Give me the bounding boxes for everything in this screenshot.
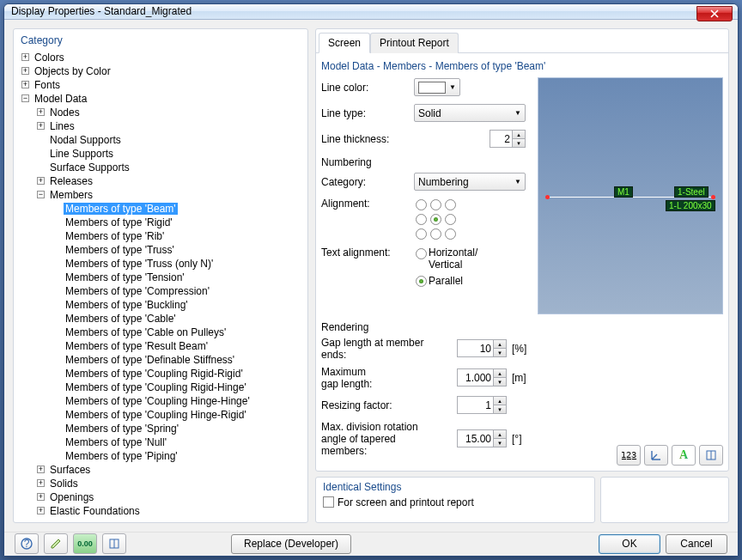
numbering-category-label: Category: [321, 176, 414, 188]
edit-button[interactable] [44, 533, 68, 554]
tree-toggle-icon [52, 342, 60, 350]
window-title: Display Properties - Standard_Migrated [11, 5, 192, 17]
tree-toggle-icon [52, 204, 60, 212]
preview-badge-mat: 1-Steel [674, 186, 709, 198]
tree-toggle-icon[interactable]: + [37, 507, 45, 514]
replace-button[interactable]: Replace (Developer) [231, 534, 351, 554]
numbering-heading: Numbering [321, 156, 532, 168]
max-division-spinner[interactable]: ▲▼ [457, 429, 507, 447]
tree-toggle-icon[interactable]: + [21, 53, 29, 61]
tree-item[interactable]: Nodal Supports [48, 134, 123, 146]
tree-item[interactable]: Members of type 'Spring' [64, 423, 180, 435]
max-gap-spinner[interactable]: ▲▼ [457, 368, 507, 387]
svg-text:?: ? [24, 538, 30, 550]
tree-toggle-icon[interactable]: + [37, 493, 45, 501]
tree-toggle-icon [52, 273, 60, 281]
tree-item[interactable]: Model Data [33, 93, 88, 105]
tree-item[interactable]: Objects by Color [33, 65, 113, 77]
tool-lcs-icon[interactable] [644, 445, 668, 466]
preview-badge-m: M1 [614, 186, 633, 198]
tree-item[interactable]: Solids [48, 478, 80, 490]
tree-toggle-icon [37, 163, 45, 171]
tree-item[interactable]: Releases [48, 175, 94, 187]
tabs: Screen Printout Report [316, 29, 728, 53]
units-button[interactable]: 0.00 [73, 533, 97, 554]
category-tree[interactable]: +Colors+Objects by Color+Fonts−Model Dat… [17, 50, 304, 519]
tree-item[interactable]: Members of type 'Rigid' [64, 216, 174, 228]
tree-toggle-icon [52, 438, 60, 446]
tree-toggle-icon[interactable]: + [21, 81, 29, 88]
tree-toggle-icon[interactable]: − [21, 94, 29, 102]
close-button[interactable] [696, 6, 733, 21]
tree-item[interactable]: Members of type 'Truss' [64, 244, 176, 256]
tree-item[interactable]: Members of type 'Result Beam' [64, 340, 210, 352]
tree-item[interactable]: Nodes [48, 107, 82, 119]
tree-toggle-icon[interactable]: + [21, 67, 29, 75]
tree-toggle-icon [52, 424, 60, 432]
tree-toggle-icon[interactable]: + [37, 466, 45, 473]
gap-length-spinner[interactable]: ▲▼ [457, 339, 507, 357]
tree-item[interactable]: Members of type 'Cable' [64, 313, 178, 325]
tree-toggle-icon[interactable]: + [37, 479, 45, 487]
tree-toggle-icon[interactable]: + [37, 122, 45, 130]
text-align-horizontal-radio[interactable] [416, 248, 427, 259]
line-type-select[interactable]: Solid▼ [414, 104, 526, 122]
tree-item[interactable]: Members of type 'Compression' [64, 285, 211, 297]
preview-pane: M1 1-Steel 1-L 200x30 [538, 77, 723, 314]
identical-checkbox[interactable] [323, 496, 334, 508]
tree-item[interactable]: Surfaces [48, 464, 92, 476]
tree-item[interactable]: Surface Supports [48, 161, 131, 173]
tree-item[interactable]: Members of type 'Coupling Hinge-Hinge' [64, 395, 252, 407]
tree-item[interactable]: Members of type 'Beam' [64, 203, 178, 215]
line-color-label: Line color: [321, 82, 414, 94]
tree-item[interactable]: Members of type 'Coupling Rigid-Rigid' [64, 368, 245, 380]
text-align-parallel-radio[interactable] [416, 276, 427, 287]
tree-toggle-icon [37, 136, 45, 143]
tree-item[interactable]: Members of type 'Null' [64, 436, 168, 448]
tool-numbering-icon[interactable]: 1̲2̲3̲ [617, 445, 641, 466]
tree-item[interactable]: Fonts [33, 79, 62, 91]
numbering-category-select[interactable]: Numbering▼ [414, 173, 526, 191]
tree-item[interactable]: Members of type 'Definable Stiffness' [64, 354, 236, 366]
help-button[interactable]: ? [15, 533, 39, 554]
max-division-label: Max. division rotation angle of tapered … [321, 421, 441, 457]
tree-toggle-icon [37, 149, 45, 157]
tree-item[interactable]: Members of type 'Tension' [64, 271, 186, 283]
tree-toggle-icon [52, 452, 60, 460]
tree-item[interactable]: Members of type 'Buckling' [64, 299, 190, 311]
tree-toggle-icon[interactable]: + [37, 108, 45, 116]
identical-preview [600, 477, 729, 523]
tree-item[interactable]: Colors [33, 52, 66, 64]
identical-checkbox-label: For screen and printout report [338, 496, 474, 508]
tree-item[interactable]: Lines [48, 120, 76, 132]
tree-toggle-icon[interactable]: − [37, 191, 45, 198]
tab-printout[interactable]: Printout Report [370, 33, 459, 53]
table-button[interactable] [102, 533, 126, 554]
tree-item[interactable]: Members of type 'Coupling Rigid-Hinge' [64, 381, 248, 393]
tree-item[interactable]: Members of type 'Rib' [64, 230, 166, 242]
max-gap-label: Maximum gap length: [321, 366, 441, 390]
alignment-grid[interactable] [414, 198, 458, 241]
identical-title: Identical Settings [323, 481, 587, 496]
tree-item[interactable]: Line Supports [48, 148, 115, 160]
tab-screen[interactable]: Screen [319, 33, 370, 53]
tree-item[interactable]: Members [48, 189, 94, 201]
tree-toggle-icon [52, 356, 60, 363]
tool-font-icon[interactable]: A [672, 445, 696, 466]
line-thickness-spinner[interactable]: ▲▼ [490, 130, 526, 148]
tree-item[interactable]: Members of type 'Coupling Hinge-Rigid' [64, 409, 248, 421]
tree-item[interactable]: Members of type 'Piping' [64, 450, 179, 462]
tree-item[interactable]: Elastic Foundations [48, 505, 142, 517]
tree-item[interactable]: Members of type 'Truss (only N)' [64, 258, 215, 270]
tree-item[interactable]: Members of type 'Cable on Pulleys' [64, 326, 228, 338]
cancel-button[interactable]: Cancel [666, 534, 727, 554]
line-color-picker[interactable]: ▼ [414, 78, 460, 96]
tree-toggle-icon [52, 301, 60, 308]
resize-spinner[interactable]: ▲▼ [457, 396, 507, 414]
tool-ortho-icon[interactable] [699, 445, 723, 466]
line-thickness-label: Line thickness: [321, 133, 414, 145]
tree-item[interactable]: Openings [48, 491, 95, 503]
ok-button[interactable]: OK [599, 534, 660, 554]
preview-badge-cs: 1-L 200x30 [666, 200, 715, 211]
tree-toggle-icon[interactable]: + [37, 177, 45, 185]
